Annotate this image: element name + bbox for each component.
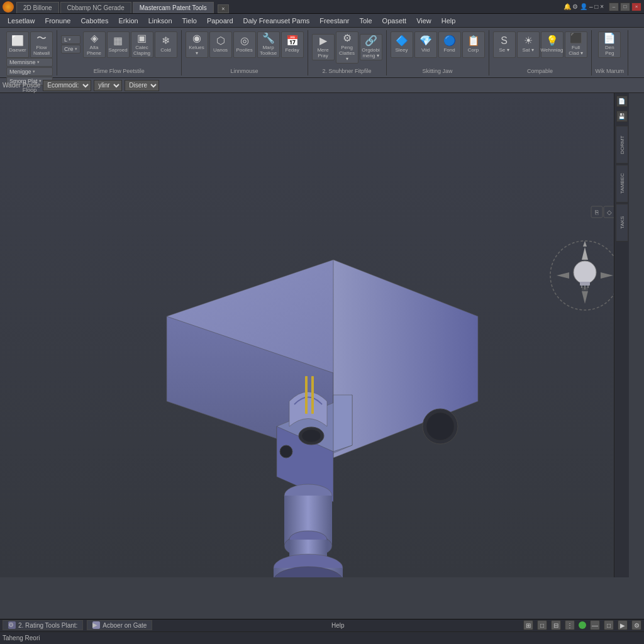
status-icon-1[interactable]: ⊞	[523, 620, 533, 630]
uanos-button[interactable]: ⬡ Uanos	[209, 31, 232, 58]
svg-point-5	[426, 413, 454, 440]
snuhbner-row: ▶ Mere Pray ⚙ Peng Clattes ▾ 🔗 Orgdobi m…	[312, 31, 382, 64]
status-icon-3[interactable]: ⊟	[551, 620, 561, 630]
menu-help[interactable]: Help	[436, 16, 461, 26]
linnmouse-label: Linnmouse	[231, 68, 258, 74]
status-icon-4[interactable]: ⋮	[565, 620, 575, 630]
den-peg-button[interactable]: 📄 Den Peg	[598, 31, 621, 58]
sat-label: Sat ▾	[522, 47, 533, 53]
feday-icon: 📅	[286, 36, 299, 46]
corp-button[interactable]: 📋 Corp	[462, 31, 485, 58]
dormt-panel-btn[interactable]: DORMT	[616, 126, 628, 164]
fond-label: Fond	[443, 47, 455, 53]
ylinr-select[interactable]: ylinr	[94, 80, 122, 91]
marp-icon: 🔧	[262, 33, 275, 43]
kelues-icon: ◉	[192, 33, 201, 43]
viid-button[interactable]: 💎 Viid	[414, 31, 437, 58]
l-btn[interactable]: L ▾	[61, 35, 80, 44]
wikmarum-label: Wik Marum	[596, 68, 625, 74]
toolbar-group-compable: S Se ▾ ☀ Sat ▾ 💡 Wehnniag ⬛ FullClad ▾ C…	[489, 30, 592, 75]
poolles-icon: ◎	[240, 36, 249, 46]
disere-select[interactable]: Disere	[125, 80, 159, 91]
menu-papoard[interactable]: Papoard	[202, 16, 238, 26]
acboer-tab[interactable]: ▶ Acboer on Gate	[87, 620, 152, 630]
calec-icon: ▣	[137, 33, 147, 43]
save-doc-btn[interactable]: 💾	[616, 111, 628, 122]
mere-pray-button[interactable]: ▶ Mere Pray	[312, 34, 335, 60]
title-tab-0[interactable]: 2D Billone	[16, 2, 59, 13]
saproed-label: Saproed	[108, 47, 127, 53]
minimize-btn[interactable]: –	[609, 3, 619, 11]
menu-view[interactable]: View	[411, 16, 436, 26]
full-clad-button[interactable]: ⬛ FullClad ▾	[565, 31, 587, 58]
rating-tools-label: 2. Rating Tools Plant:	[18, 622, 77, 629]
menu-tielo[interactable]: Tielo	[177, 16, 202, 26]
fond-icon: 🔵	[443, 36, 456, 46]
close-tab-btn[interactable]: ×	[218, 4, 229, 13]
se-icon: S	[501, 36, 508, 46]
toolbar-group-floop: ⬜ Daewer 〜 FlowNatwall Memnisne▾ Menigge…	[3, 30, 57, 75]
3d-canvas: ⎘ ◇ N	[0, 93, 629, 577]
maximize-btn[interactable]: □	[620, 3, 630, 11]
marp-button[interactable]: 🔧 MarpToolkse	[257, 31, 280, 58]
saproed-button[interactable]: ▦ Saproed	[107, 31, 130, 58]
status-icon-2[interactable]: □	[537, 620, 547, 630]
calec-button[interactable]: ▣ CalecClaping	[131, 31, 153, 58]
status-icon-6[interactable]: □	[604, 620, 614, 630]
title-tab-2[interactable]: Mastercam Patent Tools	[133, 2, 214, 13]
full-clad-icon: ⬛	[570, 33, 582, 43]
menu-opasett[interactable]: Opasett	[377, 16, 412, 26]
linnmouse-row: ◉ Kelues ▾ ⬡ Uanos ◎ Poolles 🔧 MarpToolk…	[186, 31, 304, 58]
peng-button[interactable]: ⚙ Peng Clattes ▾	[336, 31, 358, 64]
se-button[interactable]: S Se ▾	[493, 31, 516, 58]
viid-icon: 💎	[419, 36, 432, 46]
kelues-button[interactable]: ◉ Kelues ▾	[186, 31, 208, 58]
sleey-button[interactable]: 🔷 Sleey	[391, 31, 413, 58]
menu-lesetlaw[interactable]: Lesetlaw	[3, 16, 40, 26]
cold-label: Cold	[160, 47, 170, 53]
daewer-button[interactable]: ⬜ Daewer	[6, 31, 29, 58]
flow-button[interactable]: 〜 FlowNatwall	[30, 31, 53, 58]
status-icon-7[interactable]: ▶	[618, 620, 628, 630]
cold-button[interactable]: ❄ Cold	[155, 31, 177, 58]
memnisne-btn[interactable]: Memnisne▾	[6, 58, 53, 67]
skitting-label: Skitting Jaw	[423, 68, 453, 74]
status-icon-5[interactable]: —	[590, 620, 600, 630]
menigge-btn[interactable]: Menigge▾	[6, 67, 53, 76]
compable-label: Compable	[527, 68, 553, 74]
side-panel: 📄 💾 DORMT TAMBEC TAKS	[614, 93, 629, 577]
tambec-panel-btn[interactable]: TAMBEC	[616, 165, 628, 203]
menu-tole[interactable]: Tole	[354, 16, 377, 26]
rating-tools-icon: ⚙	[8, 621, 16, 629]
title-bar: 2D Billone Cbbamp NC Gerade Mastercam Pa…	[0, 0, 644, 14]
fond-button[interactable]: 🔵 Fond	[438, 31, 461, 58]
close-btn[interactable]: ×	[631, 3, 641, 11]
ecommodi-select[interactable]: Ecommodi:	[43, 80, 91, 91]
toolbar-group-skitting: 🔷 Sleey 💎 Viid 🔵 Fond 📋 Corp Skitting Ja…	[387, 30, 489, 75]
status-settings-btn[interactable]: ⚙	[631, 620, 641, 630]
orgdobi-button[interactable]: 🔗 Orgdobi meng ▾	[360, 34, 382, 60]
menu-daly[interactable]: Daly Freanuset Pams	[238, 16, 315, 26]
feday-button[interactable]: 📅 Feday	[281, 31, 304, 58]
poolles-button[interactable]: ◎ Poolles	[233, 31, 256, 58]
wehnniag-button[interactable]: 💡 Wehnniag	[541, 31, 564, 58]
menu-linkson[interactable]: Linkson	[143, 16, 177, 26]
menu-fronune[interactable]: Fronune	[40, 16, 75, 26]
menu-freestanr[interactable]: Freestanr	[314, 16, 354, 26]
menu-erkion[interactable]: Erkion	[113, 16, 143, 26]
toolbar-row-top: ⬜ Daewer 〜 FlowNatwall	[6, 31, 53, 58]
sleey-label: Sleey	[396, 47, 408, 53]
svg-point-11	[280, 445, 292, 458]
alta-phene-button[interactable]: ◈ Alta Phene	[83, 31, 106, 58]
sat-button[interactable]: ☀ Sat ▾	[517, 31, 540, 58]
taks-panel-btn[interactable]: TAKS	[616, 204, 628, 242]
se-label: Se ▾	[499, 47, 509, 53]
3d-viewport[interactable]: ⎘ ◇ N 📄 💾 DORMT TAMBEC	[0, 93, 629, 577]
menu-cabottes[interactable]: Cabottes	[75, 16, 113, 26]
cre-btn[interactable]: Cre ▾	[61, 45, 80, 53]
svg-rect-12	[305, 376, 308, 414]
new-doc-btn[interactable]: 📄	[616, 96, 628, 107]
svg-rect-13	[311, 376, 314, 414]
title-tab-1[interactable]: Cbbamp NC Gerade	[60, 2, 131, 13]
rating-tools-tab[interactable]: ⚙ 2. Rating Tools Plant:	[3, 620, 83, 630]
